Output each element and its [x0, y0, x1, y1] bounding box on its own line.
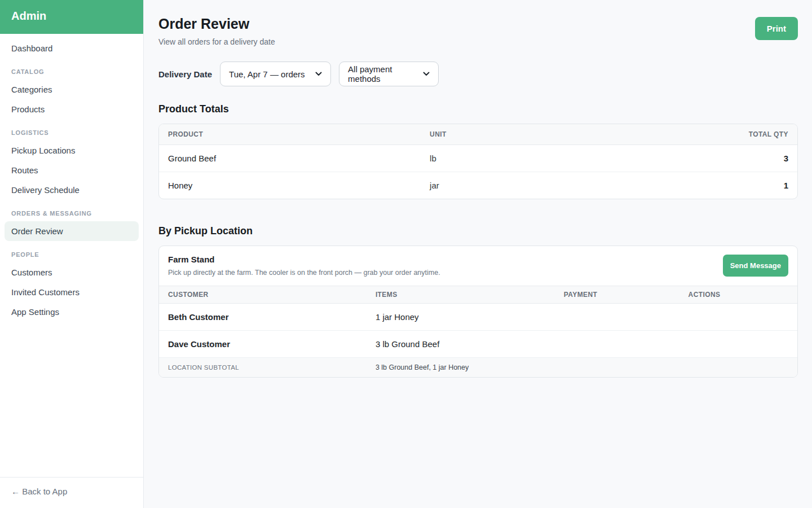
product-totals-heading: Product Totals: [158, 103, 798, 115]
delivery-date-select[interactable]: Tue, Apr 7 — orders: [220, 62, 331, 86]
product-name: Honey: [159, 172, 421, 199]
customer-items: 1 jar Honey: [367, 304, 555, 331]
print-button[interactable]: Print: [755, 17, 798, 40]
location-header: Farm Stand Pick up directly at the farm.…: [159, 246, 797, 286]
table-row: Honey jar 1: [159, 172, 797, 199]
table-row: Dave Customer 3 lb Ground Beef: [159, 331, 797, 358]
customer-actions: [679, 331, 797, 358]
subtotal-label: LOCATION SUBTOTAL: [159, 358, 367, 378]
sidebar-item-dashboard[interactable]: Dashboard: [5, 38, 139, 58]
chevron-down-icon: [423, 72, 430, 76]
product-qty: 3: [708, 145, 798, 172]
nav-section-orders-messaging: ORDERS & MESSAGING: [5, 210, 139, 217]
nav-section-people: PEOPLE: [5, 251, 139, 258]
table-row: Beth Customer 1 jar Honey: [159, 304, 797, 331]
filter-row: Delivery Date Tue, Apr 7 — orders All pa…: [158, 62, 798, 86]
sidebar-nav: Dashboard CATALOG Categories Products LO…: [0, 34, 143, 477]
sidebar-item-pickup-locations[interactable]: Pickup Locations: [5, 141, 139, 160]
pickup-location-card: Farm Stand Pick up directly at the farm.…: [158, 246, 798, 378]
sidebar-item-products[interactable]: Products: [5, 99, 139, 119]
sidebar: Admin Dashboard CATALOG Categories Produ…: [0, 0, 144, 508]
by-pickup-location-heading: By Pickup Location: [158, 225, 798, 237]
product-unit: lb: [421, 145, 708, 172]
chevron-down-icon: [315, 72, 322, 76]
product-totals-card: PRODUCT UNIT TOTAL QTY Ground Beef lb 3 …: [158, 124, 798, 199]
send-message-button[interactable]: Send Message: [723, 255, 788, 277]
customer-payment: [555, 331, 679, 358]
table-header-row: CUSTOMER ITEMS PAYMENT ACTIONS: [159, 286, 797, 304]
page-subtitle: View all orders for a delivery date: [158, 37, 275, 46]
customer-payment: [555, 304, 679, 331]
main-content: Order Review View all orders for a deliv…: [144, 0, 812, 508]
subtotal-items: 3 lb Ground Beef, 1 jar Honey: [367, 358, 797, 378]
page-header-text: Order Review View all orders for a deliv…: [158, 14, 275, 46]
customer-actions: [679, 304, 797, 331]
column-header-product: PRODUCT: [159, 124, 421, 145]
payment-method-select[interactable]: All payment methods: [339, 62, 439, 86]
column-header-total-qty: TOTAL QTY: [708, 124, 798, 145]
product-unit: jar: [421, 172, 708, 199]
page-header: Order Review View all orders for a deliv…: [158, 14, 798, 46]
customer-items: 3 lb Ground Beef: [367, 331, 555, 358]
sidebar-item-invited-customers[interactable]: Invited Customers: [5, 282, 139, 302]
payment-method-value: All payment methods: [348, 64, 416, 84]
customer-name: Dave Customer: [159, 331, 367, 358]
product-name: Ground Beef: [159, 145, 421, 172]
column-header-unit: UNIT: [421, 124, 708, 145]
back-to-app-link[interactable]: ← Back to App: [11, 487, 67, 496]
column-header-items: ITEMS: [367, 286, 555, 304]
sidebar-footer: ← Back to App: [0, 477, 143, 508]
brand-header: Admin: [0, 0, 143, 34]
table-header-row: PRODUCT UNIT TOTAL QTY: [159, 124, 797, 145]
column-header-customer: CUSTOMER: [159, 286, 367, 304]
sidebar-item-delivery-schedule[interactable]: Delivery Schedule: [5, 180, 139, 200]
nav-section-catalog: CATALOG: [5, 68, 139, 75]
column-header-payment: PAYMENT: [555, 286, 679, 304]
nav-section-logistics: LOGISTICS: [5, 129, 139, 136]
product-qty: 1: [708, 172, 798, 199]
pickup-location-table: CUSTOMER ITEMS PAYMENT ACTIONS Beth Cust…: [159, 286, 797, 377]
location-description: Pick up directly at the farm. The cooler…: [168, 269, 440, 277]
sidebar-item-categories[interactable]: Categories: [5, 80, 139, 99]
table-row: Ground Beef lb 3: [159, 145, 797, 172]
sidebar-item-customers[interactable]: Customers: [5, 262, 139, 282]
location-info: Farm Stand Pick up directly at the farm.…: [168, 255, 440, 277]
sidebar-item-app-settings[interactable]: App Settings: [5, 302, 139, 322]
location-name: Farm Stand: [168, 255, 440, 264]
customer-name: Beth Customer: [159, 304, 367, 331]
sidebar-item-routes[interactable]: Routes: [5, 160, 139, 180]
page-title: Order Review: [158, 16, 275, 32]
delivery-date-label: Delivery Date: [158, 69, 212, 79]
delivery-date-value: Tue, Apr 7 — orders: [229, 69, 305, 79]
column-header-actions: ACTIONS: [679, 286, 797, 304]
location-subtotal-row: LOCATION SUBTOTAL 3 lb Ground Beef, 1 ja…: [159, 358, 797, 378]
product-totals-table: PRODUCT UNIT TOTAL QTY Ground Beef lb 3 …: [159, 124, 797, 199]
sidebar-item-order-review[interactable]: Order Review: [5, 221, 139, 241]
